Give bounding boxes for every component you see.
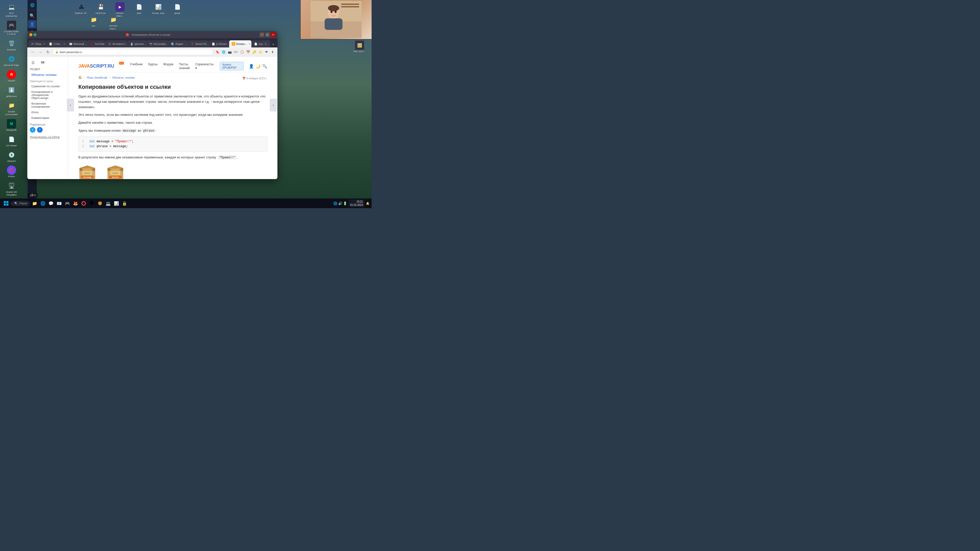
- back-btn[interactable]: ←: [29, 49, 36, 56]
- tab-oop[interactable]: 📄 oop - C ...: [251, 40, 270, 48]
- site-logo[interactable]: JAVASCRIPT.RU: [78, 64, 114, 69]
- tab-igry-close[interactable]: ✕: [43, 43, 46, 45]
- nav-kursy[interactable]: Курсы: [147, 62, 159, 70]
- nav-screencasts[interactable]: Скринкасты ▾: [194, 62, 215, 70]
- desktop-icon-korzina[interactable]: 🗑️ Корзина: [2, 38, 21, 52]
- taskbar-brave[interactable]: 🦁: [97, 200, 103, 207]
- desktop-icon-oracle-vm[interactable]: 🖥️ Oracle VM VirtualBox: [2, 180, 21, 197]
- desktop-icon-img2022[interactable]: 🖼️ IMG 2022...: [351, 40, 369, 54]
- desktop-icon-ms-edge[interactable]: 🌐 Microsoft Edge: [2, 53, 21, 68]
- nav-testy[interactable]: Тесты знаний: [178, 62, 191, 70]
- desktop-icon-etot-komputer[interactable]: 💻 Этот компьютер: [2, 1, 21, 19]
- desktop-icon-apxik[interactable]: 📄 apxик: [170, 1, 185, 19]
- breadcrumb-home[interactable]: 🏠: [78, 76, 82, 79]
- translate-btn[interactable]: 🌐: [221, 49, 226, 55]
- tab-slova[interactable]: 📝 Слов... ✕: [46, 40, 66, 48]
- desktop-icon-les[interactable]: 📁 лес: [86, 14, 101, 32]
- browser-minimize-btn[interactable]: [29, 33, 32, 36]
- collections-btn[interactable]: ❤: [264, 49, 269, 55]
- desktop-icon-qbittorrent[interactable]: ⬇️ qBittorrent: [2, 84, 21, 99]
- sidebar-expand-btn[interactable]: ☰: [30, 60, 36, 66]
- nav-forum[interactable]: Форум: [162, 62, 175, 70]
- taskbar-edge[interactable]: 🌐: [39, 200, 46, 207]
- desktop-icon-counter-strike[interactable]: 🎮 Counter-Strike 1.6 RUS: [2, 20, 21, 37]
- tab-slova-close[interactable]: ✕: [63, 43, 66, 45]
- bookmark-btn[interactable]: 🔖: [215, 49, 220, 55]
- sidebar-search[interactable]: 🔍: [28, 11, 36, 20]
- github-edit-link[interactable]: Редактировать на GitHub: [30, 136, 65, 138]
- taskbar-clock[interactable]: 19:21 01.02.2023: [348, 200, 364, 207]
- sidebar-edge-logo[interactable]: 🌐: [28, 1, 36, 9]
- sidebar-map-btn[interactable]: 🗺: [40, 60, 46, 66]
- browser-maximize-btn[interactable]: [33, 33, 37, 36]
- tab-voenny[interactable]: 📰 Военный ...: [66, 40, 87, 48]
- password-btn[interactable]: 🔑: [251, 49, 257, 55]
- user-icon[interactable]: 👤: [249, 64, 254, 68]
- browser-settings-btn[interactable]: ⚙: [265, 32, 270, 37]
- facebook-share-btn[interactable]: f: [37, 127, 43, 133]
- copilot-btn[interactable]: ⭐: [258, 49, 263, 55]
- sidebar-section-link[interactable]: Объекты: основы: [30, 72, 65, 77]
- article-nav-left[interactable]: ‹: [67, 99, 74, 111]
- taskbar-security[interactable]: 🔒: [121, 200, 128, 207]
- search-btn[interactable]: 🔍: [262, 64, 267, 68]
- start-button[interactable]: [2, 199, 10, 207]
- tab-js-obj[interactable]: 📄 js объект...: [209, 40, 229, 48]
- tab-igry[interactable]: 🎮 Игры ✕: [28, 40, 46, 48]
- desktop-icon-lm-viewer[interactable]: 📄 LM Viewer: [2, 134, 21, 148]
- sidebar-profile[interactable]: 👤: [28, 20, 36, 28]
- desktop-icon-double-commander[interactable]: 📁 Double Commander: [2, 100, 21, 117]
- tab-new-btn[interactable]: +: [270, 41, 277, 48]
- refresh-btn[interactable]: ↻: [45, 49, 51, 56]
- sidebar-nav-link-0[interactable]: Сравнение по ссылке: [30, 84, 65, 89]
- desktop-icon-rynok[interactable]: 📊 Рынок, stop: [151, 1, 166, 19]
- network-icon[interactable]: 🌐: [333, 202, 337, 205]
- code-btn[interactable]: </>: [233, 49, 239, 55]
- tab-krolchix[interactable]: 🐰 кролчих...: [127, 40, 146, 48]
- tab-kopiro[interactable]: JS Копиро... ✕: [229, 40, 251, 48]
- sidebar-nav-link-1[interactable]: Клонирование и объединение, Object.assig…: [30, 89, 65, 100]
- browser-pin-btn[interactable]: 📌: [259, 32, 264, 37]
- tab-zachem[interactable]: ❓ Зачем Н0...: [188, 40, 209, 48]
- taskbar-search[interactable]: 🔍 Поиск: [11, 201, 30, 206]
- theme-toggle-btn[interactable]: 🌙: [256, 64, 261, 68]
- taskbar-file-explorer[interactable]: 📁: [31, 200, 38, 207]
- sidebar-nav-link-2[interactable]: Вложенное клонирование: [30, 101, 65, 109]
- taskbar-email[interactable]: 📧: [56, 200, 63, 207]
- taskbar-yandex[interactable]: 🅨: [88, 200, 95, 207]
- forms-btn[interactable]: 📋: [239, 49, 245, 55]
- article-nav-right[interactable]: ›: [270, 99, 277, 111]
- calendar-btn[interactable]: 📅: [245, 49, 251, 55]
- sidebar-nav-link-3[interactable]: Итого: [30, 110, 65, 115]
- desktop-icon-epson[interactable]: 📁 EPSON Adjust...: [105, 14, 122, 32]
- tab-antikresl[interactable]: 🛒 Антикресл...: [105, 40, 127, 48]
- desktop-icon-start[interactable]: 📄 start: [131, 1, 147, 19]
- tab-kopiro-close[interactable]: ✕: [248, 43, 251, 45]
- breadcrumb-section[interactable]: Объекты: основы: [112, 76, 135, 79]
- tab-multifo[interactable]: 📷 Мультифо...: [146, 40, 168, 48]
- taskbar-opera[interactable]: ⭕: [80, 200, 87, 207]
- tab-india[interactable]: 🌏 Индия - ...: [168, 40, 188, 48]
- browser-close-x-btn[interactable]: ✕: [271, 32, 275, 37]
- taskbar-firefox[interactable]: 🦊: [72, 200, 79, 207]
- desktop-icon-mongodb[interactable]: M MongoDB: [2, 118, 21, 133]
- taskbar-lastpass[interactable]: 💻: [105, 200, 112, 207]
- address-bar[interactable]: 🔒 learn.javascript.ru: [52, 49, 213, 55]
- download-btn[interactable]: ⬇: [270, 49, 275, 55]
- sidebar-nav-link-4[interactable]: Комментарии: [30, 115, 65, 121]
- taskbar-analytics[interactable]: 📊: [113, 200, 120, 207]
- volume-icon[interactable]: 🔊: [338, 202, 342, 205]
- notification-area[interactable]: 🔔: [366, 202, 369, 205]
- forward-btn[interactable]: →: [37, 49, 44, 56]
- desktop-icon-yandex[interactable]: Я Yandex: [2, 69, 21, 83]
- screenshot-btn[interactable]: 📷: [227, 49, 232, 55]
- desktop-icon-proton[interactable]: ⭕ Proton: [2, 165, 21, 179]
- taskbar-teams[interactable]: 💬: [48, 200, 55, 207]
- tab-youtube[interactable]: ▶ YouTube: [87, 40, 105, 48]
- desktop-icon-ultraiso[interactable]: 💿 UltraISO: [2, 149, 21, 164]
- buy-epub-btn[interactable]: Купить EPUB/PDF: [220, 62, 244, 70]
- browser-close-btn[interactable]: [126, 33, 129, 36]
- taskbar-game[interactable]: 🎮: [64, 200, 71, 207]
- battery-icon[interactable]: 🔋: [343, 202, 347, 205]
- breadcrumb-lang[interactable]: Язык JavaScript: [87, 76, 107, 79]
